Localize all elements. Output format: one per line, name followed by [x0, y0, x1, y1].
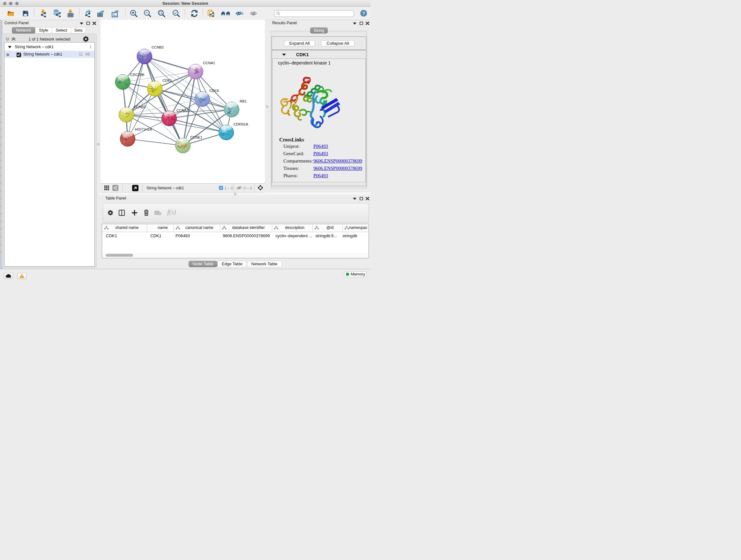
svg-text:CCNB2: CCNB2 — [151, 45, 164, 49]
svg-text:RB1: RB1 — [240, 99, 247, 103]
svg-text:CDC6: CDC6 — [209, 89, 219, 92]
svg-text:CDC25B: CDC25B — [130, 73, 144, 77]
svg-text:CCNB1: CCNB1 — [134, 105, 146, 109]
svg-text:CCNA2: CCNA2 — [177, 109, 189, 112]
svg-text:CDKN1A: CDKN1A — [233, 122, 248, 126]
svg-text:HIST1H1A: HIST1H1A — [135, 127, 152, 131]
svg-text:CCNE1: CCNE1 — [190, 135, 202, 139]
svg-text:CCNA1: CCNA1 — [203, 61, 215, 65]
svg-text:CDK1: CDK1 — [162, 78, 172, 82]
